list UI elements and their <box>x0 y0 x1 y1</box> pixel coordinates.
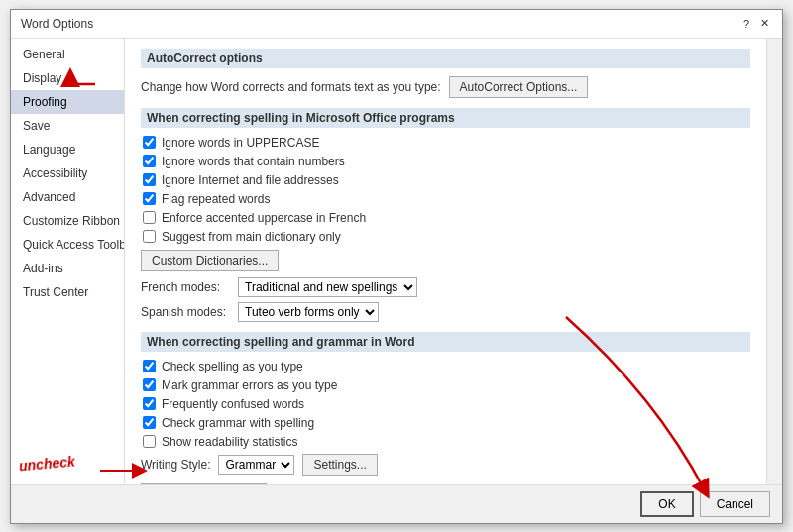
office-spelling-header: When correcting spelling in Microsoft Of… <box>141 108 750 128</box>
french-modes-label: French modes: <box>141 280 230 294</box>
checkbox-frequently-confused: Frequently confused words <box>141 397 750 411</box>
autocorrect-section: AutoCorrect options Change how Word corr… <box>141 49 750 98</box>
sidebar-item-accessibility[interactable]: Accessibility <box>11 161 124 185</box>
checkbox-flag-repeated: Flag repeated words <box>141 192 750 206</box>
spanish-modes-select[interactable]: Tuteo verb forms only <box>238 302 379 322</box>
ignore-numbers-label: Ignore words that contain numbers <box>162 155 345 168</box>
ignore-internet-checkbox[interactable] <box>143 173 156 186</box>
autocorrect-row: Change how Word corrects and formats tex… <box>141 76 750 98</box>
frequently-confused-checkbox[interactable] <box>143 397 156 410</box>
custom-dictionaries-button[interactable]: Custom Dictionaries... <box>141 250 279 271</box>
checkbox-ignore-internet: Ignore Internet and file addresses <box>141 173 750 187</box>
spanish-modes-row: Spanish modes: Tuteo verb forms only <box>141 302 750 322</box>
frequently-confused-label: Frequently confused words <box>162 397 304 411</box>
autocorrect-header: AutoCorrect options <box>141 49 750 68</box>
checkbox-enforce-french: Enforce accented uppercase in French <box>141 211 750 225</box>
content-area: AutoCorrect options Change how Word corr… <box>125 39 766 484</box>
writing-style-select[interactable]: Grammar <box>218 455 294 475</box>
cancel-button[interactable]: Cancel <box>700 491 770 517</box>
french-modes-select[interactable]: Traditional and new spellings <box>238 277 417 297</box>
sidebar: General Display Proofing Save Language A… <box>11 39 125 484</box>
sidebar-item-display[interactable]: Display <box>11 66 124 90</box>
ignore-uppercase-label: Ignore words in UPPERCASE <box>162 136 319 150</box>
check-grammar-label: Check grammar with spelling <box>162 416 314 430</box>
suggest-main-label: Suggest from main dictionary only <box>162 230 341 244</box>
show-readability-checkbox[interactable] <box>143 435 156 448</box>
checkbox-ignore-numbers: Ignore words that contain numbers <box>141 155 750 168</box>
settings-button[interactable]: Settings... <box>302 454 377 476</box>
dialog-footer: OK Cancel <box>11 484 782 523</box>
check-spelling-label: Check spelling as you type <box>162 360 303 373</box>
writing-style-label: Writing Style: <box>141 458 210 472</box>
ignore-numbers-checkbox[interactable] <box>143 155 156 167</box>
flag-repeated-label: Flag repeated words <box>162 192 270 206</box>
sidebar-item-save[interactable]: Save <box>11 114 124 138</box>
ignore-internet-label: Ignore Internet and file addresses <box>162 173 339 187</box>
mark-grammar-checkbox[interactable] <box>143 378 156 391</box>
word-options-dialog: Word Options ? ✕ General Display Proofin… <box>10 9 783 524</box>
ok-button[interactable]: OK <box>640 491 693 517</box>
autocorrect-options-button[interactable]: AutoCorrect Options... <box>449 76 589 98</box>
spanish-modes-label: Spanish modes: <box>141 305 230 319</box>
sidebar-item-addins[interactable]: Add-ins <box>11 257 124 280</box>
checkbox-show-readability: Show readability statistics <box>141 435 750 449</box>
enforce-french-label: Enforce accented uppercase in French <box>162 211 366 225</box>
sidebar-item-proofing[interactable]: Proofing <box>11 90 124 114</box>
checkbox-mark-grammar: Mark grammar errors as you type <box>141 378 750 392</box>
close-button[interactable]: ✕ <box>756 16 772 32</box>
title-bar: Word Options ? ✕ <box>11 10 782 39</box>
suggest-main-checkbox[interactable] <box>143 230 156 243</box>
checkbox-suggest-main: Suggest from main dictionary only <box>141 230 750 244</box>
writing-style-row: Writing Style: Grammar Settings... <box>141 454 750 476</box>
word-spelling-section: When correcting spelling and grammar in … <box>141 332 750 484</box>
sidebar-item-customize-ribbon[interactable]: Customize Ribbon <box>11 209 124 233</box>
flag-repeated-checkbox[interactable] <box>143 192 156 205</box>
check-grammar-checkbox[interactable] <box>143 416 156 429</box>
sidebar-item-general[interactable]: General <box>11 43 124 66</box>
scrollbar[interactable] <box>766 39 782 484</box>
word-spelling-header: When correcting spelling and grammar in … <box>141 332 750 352</box>
sidebar-item-advanced[interactable]: Advanced <box>11 185 124 209</box>
sidebar-item-quick-access[interactable]: Quick Access Toolba <box>11 233 124 257</box>
show-readability-label: Show readability statistics <box>162 435 297 449</box>
enforce-french-checkbox[interactable] <box>143 211 156 224</box>
autocorrect-description: Change how Word corrects and formats tex… <box>141 80 441 94</box>
checkbox-ignore-uppercase: Ignore words in UPPERCASE <box>141 136 750 150</box>
office-spelling-section: When correcting spelling in Microsoft Of… <box>141 108 750 322</box>
dialog-title: Word Options <box>21 17 93 31</box>
dialog-body: General Display Proofing Save Language A… <box>11 39 782 484</box>
checkbox-check-grammar: Check grammar with spelling <box>141 416 750 430</box>
sidebar-item-trust-center[interactable]: Trust Center <box>11 280 124 304</box>
checkbox-check-spelling: Check spelling as you type <box>141 360 750 373</box>
french-modes-row: French modes: Traditional and new spelli… <box>141 277 750 297</box>
mark-grammar-label: Mark grammar errors as you type <box>162 378 337 392</box>
help-button[interactable]: ? <box>738 16 754 32</box>
sidebar-item-language[interactable]: Language <box>11 138 124 161</box>
check-spelling-checkbox[interactable] <box>143 360 156 372</box>
ignore-uppercase-checkbox[interactable] <box>143 136 156 149</box>
